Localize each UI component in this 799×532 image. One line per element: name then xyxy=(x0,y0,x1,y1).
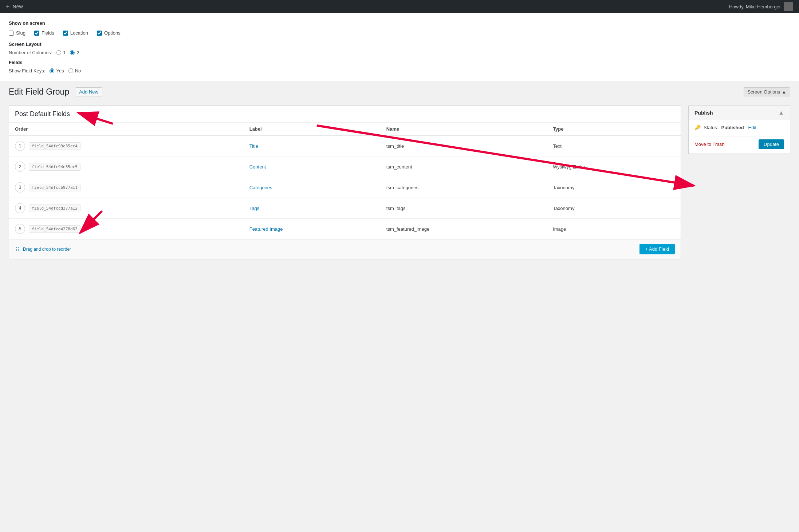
location-checkbox[interactable] xyxy=(63,31,68,36)
move-to-trash-link[interactable]: Move to Trash xyxy=(694,142,724,147)
table-row: 5 field_54dfcd4278d63 Featured Image tsm… xyxy=(9,219,681,239)
field-key-2: field_54dfccb977a11 xyxy=(29,184,80,191)
field-key-0: field_54dfc93e35ec4 xyxy=(29,142,80,150)
slug-checkbox[interactable] xyxy=(9,31,14,36)
drag-hint-text: Drag and drop to reorder xyxy=(23,247,71,252)
admin-bar-left: + New xyxy=(6,3,23,11)
add-field-button[interactable]: + Add Field xyxy=(639,244,675,254)
type-cell-1: Wysiwyg Editor xyxy=(547,156,681,177)
avatar xyxy=(784,2,793,11)
publish-box: Publish ▲ 🔑 Status: Published Edit Move … xyxy=(688,106,790,154)
checkbox-options[interactable]: Options xyxy=(97,30,121,36)
fields-section-label: Fields xyxy=(9,60,790,65)
checkbox-fields[interactable]: Fields xyxy=(34,30,54,36)
columns-2-radio[interactable]: 2 xyxy=(70,50,79,55)
checkbox-location[interactable]: Location xyxy=(63,30,88,36)
name-cell-3: tsm_tags xyxy=(381,198,547,219)
field-keys-yes-radio[interactable]: Yes xyxy=(50,68,64,74)
order-number-4: 5 xyxy=(15,224,25,234)
field-key-1: field_54dfc94e35ec5 xyxy=(29,163,80,171)
collapse-icon[interactable]: ▲ xyxy=(778,110,784,116)
options-checkbox[interactable] xyxy=(97,31,102,36)
field-keys-no-label: No xyxy=(75,68,81,74)
field-label-link-1[interactable]: Content xyxy=(249,164,266,170)
publish-title: Publish xyxy=(694,110,713,116)
two-col-layout: Post Default Fields Order Label Name Typ… xyxy=(0,101,799,268)
show-on-screen-label: Show on screen xyxy=(9,20,790,26)
type-cell-0: Text xyxy=(547,136,681,156)
name-cell-4: tsm_featured_image xyxy=(381,219,547,239)
checkbox-slug[interactable]: Slug xyxy=(9,30,25,36)
status-row: 🔑 Status: Published Edit xyxy=(694,124,784,130)
publish-header: Publish ▲ xyxy=(689,106,790,120)
field-keys-row: Show Field Keys: Yes No xyxy=(9,68,790,74)
col-type: Type xyxy=(547,123,681,136)
name-cell-2: tsm_categories xyxy=(381,177,547,198)
show-on-screen-checkboxes: Slug Fields Location Options xyxy=(9,30,790,36)
admin-bar-right: Howdy, Mike Hemberger xyxy=(729,2,793,11)
fields-table-header: Order Label Name Type xyxy=(9,123,681,136)
chevron-up-icon: ▲ xyxy=(782,89,786,95)
fields-checkbox[interactable] xyxy=(34,31,39,36)
edit-status-link[interactable]: Edit xyxy=(748,125,756,130)
field-keys-no-radio[interactable]: No xyxy=(68,68,81,74)
order-cell-0: 1 field_54dfc93e35ec4 xyxy=(9,136,244,156)
fields-label: Fields xyxy=(42,30,54,36)
col-name: Name xyxy=(381,123,547,136)
table-row: 4 field_54dfccd377a12 Tags tsm_tags Taxo… xyxy=(9,198,681,219)
screen-layout-label: Screen Layout xyxy=(9,41,790,47)
fields-section: Fields Show Field Keys: Yes No xyxy=(9,60,790,74)
slug-label: Slug xyxy=(16,30,25,36)
field-keys-label: Show Field Keys: xyxy=(9,68,45,74)
order-cell-3: 4 field_54dfccd377a12 xyxy=(9,198,244,219)
admin-bar: + New Howdy, Mike Hemberger xyxy=(0,0,799,13)
field-label-link-2[interactable]: Categories xyxy=(249,185,272,190)
field-label-link-0[interactable]: Title xyxy=(249,143,258,149)
columns-2-label: 2 xyxy=(76,50,79,55)
type-cell-2: Taxonomy xyxy=(547,177,681,198)
order-cell-2: 3 field_54dfccb977a11 xyxy=(9,177,244,198)
page-header: Edit Field Group Add New Screen Options … xyxy=(0,81,799,101)
label-cell-3: Tags xyxy=(244,198,381,219)
label-cell-4: Featured Image xyxy=(244,219,381,239)
order-cell-1: 2 field_54dfc94e35ec5 xyxy=(9,156,244,177)
page-header-left: Edit Field Group Add New xyxy=(9,87,102,97)
columns-2-input[interactable] xyxy=(70,50,75,55)
col-label: Label xyxy=(244,123,381,136)
label-cell-2: Categories xyxy=(244,177,381,198)
options-label: Options xyxy=(104,30,121,36)
order-number-3: 4 xyxy=(15,203,25,213)
publish-body: 🔑 Status: Published Edit Move to Trash U… xyxy=(689,120,790,154)
field-keys-yes-label: Yes xyxy=(56,68,64,74)
columns-1-input[interactable] xyxy=(56,50,61,55)
user-greeting: Howdy, Mike Hemberger xyxy=(729,4,781,9)
screen-options-panel: Show on screen Slug Fields Location Opti… xyxy=(0,13,799,81)
update-button[interactable]: Update xyxy=(759,139,784,149)
name-cell-0: tsm_title xyxy=(381,136,547,156)
fields-table: Order Label Name Type 1 field_54dfc93e35… xyxy=(9,123,681,239)
field-keys-no-input[interactable] xyxy=(68,68,73,73)
field-label-link-4[interactable]: Featured Image xyxy=(249,226,283,232)
field-label-link-3[interactable]: Tags xyxy=(249,206,259,211)
table-row: 1 field_54dfc93e35ec4 Title tsm_title Te… xyxy=(9,136,681,156)
status-label: Status: xyxy=(704,125,718,130)
type-cell-3: Taxonomy xyxy=(547,198,681,219)
field-key-4: field_54dfcd4278d63 xyxy=(29,225,80,233)
columns-label: Number of Columns: xyxy=(9,50,52,55)
order-number-1: 2 xyxy=(15,162,25,172)
field-keys-yes-input[interactable] xyxy=(50,68,54,73)
plus-icon: + xyxy=(6,3,10,11)
screen-options-label: Screen Options xyxy=(748,89,780,95)
field-group-name: Post Default Fields xyxy=(15,110,675,118)
sidebar-col: Publish ▲ 🔑 Status: Published Edit Move … xyxy=(688,106,790,154)
columns-1-radio[interactable]: 1 xyxy=(56,50,66,55)
add-new-button[interactable]: Add New xyxy=(75,87,102,96)
page-title: Edit Field Group xyxy=(9,87,69,97)
new-label[interactable]: New xyxy=(13,4,23,9)
order-number-0: 1 xyxy=(15,141,25,151)
screen-options-button[interactable]: Screen Options ▲ xyxy=(744,87,790,96)
columns-row: Number of Columns: 1 2 xyxy=(9,50,790,55)
publish-actions: Move to Trash Update xyxy=(694,136,784,149)
order-number-2: 3 xyxy=(15,182,25,192)
col-order: Order xyxy=(9,123,244,136)
